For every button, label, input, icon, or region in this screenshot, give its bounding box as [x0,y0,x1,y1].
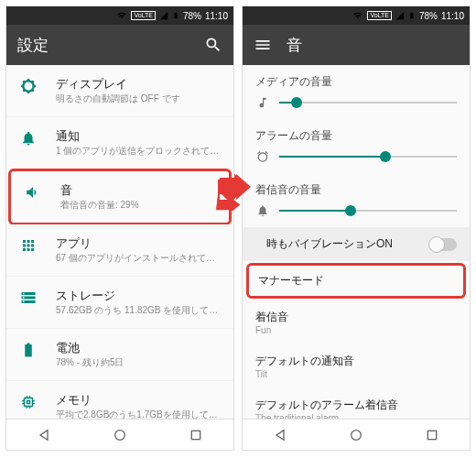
signal-icon [395,11,405,20]
search-icon[interactable] [204,36,222,54]
media-slider[interactable] [279,93,457,112]
svg-point-0 [115,430,125,440]
status-bar: VoLTE 78% 11:10 [243,6,470,25]
settings-list: ディスプレイ明るさの自動調節は OFF です 通知1 個のアプリが送信をブロック… [6,65,233,419]
list-item-memory[interactable]: メモリ平均で2.8GBのうち1.7GBを使用しています [6,381,233,419]
item-subtitle: 平均で2.8GBのうち1.7GBを使用しています [56,409,221,419]
nav-bar [243,419,470,450]
item-subtitle: 1 個のアプリが送信をブロックされてい... [56,145,221,158]
apps-icon [20,237,37,254]
item-title: ディスプレイ [56,76,221,93]
battery-percent: 78% [419,11,438,21]
recent-icon[interactable] [189,428,203,442]
appbar: 設定 [6,25,233,65]
ringer-volume-label: 着信音の音量 [243,173,470,200]
recent-icon[interactable] [425,428,439,442]
list-item-battery[interactable]: 電池78% - 残り約5日 [6,329,233,381]
volume-icon [25,184,41,201]
item-title: 音 [60,182,216,199]
wifi-icon [116,11,127,20]
alarm-volume-label: アラームの音量 [243,119,470,146]
nav-bar [6,419,233,450]
item-title: 通知 [56,128,221,145]
row-title: 時もバイブレーションON [255,236,429,252]
storage-icon [20,289,37,306]
item-subtitle: 78% - 残り約5日 [56,356,221,369]
row-default-alarm[interactable]: デフォルトのアラーム着信音The traditional alarm [243,388,470,419]
item-subtitle: 67 個のアプリがインストールされています [56,252,221,265]
list-item-storage[interactable]: ストレージ57.62GB のうち 11.82GB を使用しています [6,277,233,329]
alarm-icon [256,150,269,163]
list-item-sound[interactable]: 音着信音の音量: 29% [8,169,232,225]
back-icon[interactable] [273,428,287,442]
row-title: デフォルトの通知音 [255,354,457,369]
row-title: 着信音 [255,310,457,325]
row-title: デフォルトのアラーム着信音 [255,398,457,413]
battery-icon [172,10,179,21]
wifi-icon [352,11,363,20]
clock: 11:10 [441,11,464,21]
signal-icon [159,11,168,20]
list-item-apps[interactable]: アプリ67 個のアプリがインストールされています [6,224,233,277]
sound-settings: メディアの音量 アラームの音量 着信音の音量 時もバイブレーションON [243,65,470,419]
appbar: 音 [243,25,470,65]
battery-icon [408,10,416,21]
status-bar: VoLTE 78% 11:10 [6,6,233,25]
item-title: 電池 [56,340,221,356]
svg-rect-3 [427,431,436,439]
volte-badge: VoLTE [367,11,392,20]
memory-icon [20,394,37,410]
item-subtitle: 57.62GB のうち 11.82GB を使用しています [56,304,221,317]
svg-point-2 [352,430,362,440]
page-title: 音 [287,35,302,56]
bell-icon [256,204,269,217]
item-title: アプリ [56,235,221,252]
music-icon [256,96,269,109]
row-manner-mode-highlight: マナーモード [246,263,466,299]
row-subtitle: Tilt [255,369,457,379]
settings-screen: VoLTE 78% 11:10 設定 ディスプレイ明るさの自動調節は OFF で… [5,5,234,451]
alarm-slider[interactable] [279,147,457,166]
row-default-notification[interactable]: デフォルトの通知音Tilt [243,344,470,388]
row-subtitle: Fun [255,325,457,335]
arrow-connector [216,174,253,214]
media-volume-label: メディアの音量 [243,65,470,92]
list-item-notifications[interactable]: 通知1 個のアプリが送信をブロックされてい... [6,117,233,169]
volte-badge: VoLTE [131,11,156,20]
home-icon[interactable] [113,428,127,442]
bell-icon [20,130,37,147]
menu-icon[interactable] [254,36,272,54]
battery-icon [20,342,37,358]
back-icon[interactable] [37,428,51,442]
item-title: メモリ [56,392,221,409]
item-subtitle: 着信音の音量: 29% [60,199,216,212]
clock: 11:10 [205,11,228,21]
switch-off[interactable] [429,238,457,251]
row-vibrate-on-call[interactable]: 時もバイブレーションON [243,227,470,261]
item-subtitle: 明るさの自動調節は OFF です [56,93,221,105]
sound-screen: VoLTE 78% 11:10 音 メディアの音量 アラームの音量 着信音の音量 [242,5,471,451]
svg-rect-1 [191,431,200,439]
row-ringtone[interactable]: 着信音Fun [243,300,470,344]
row-title: マナーモード [258,273,454,289]
item-title: ストレージ [56,288,221,304]
row-manner-mode[interactable]: マナーモード [249,266,463,296]
battery-percent: 78% [183,11,201,21]
home-icon[interactable] [349,428,363,442]
ringer-slider[interactable] [279,202,457,220]
brightness-icon [20,78,37,94]
list-item-display[interactable]: ディスプレイ明るさの自動調節は OFF です [6,65,233,117]
page-title: 設定 [17,35,49,56]
